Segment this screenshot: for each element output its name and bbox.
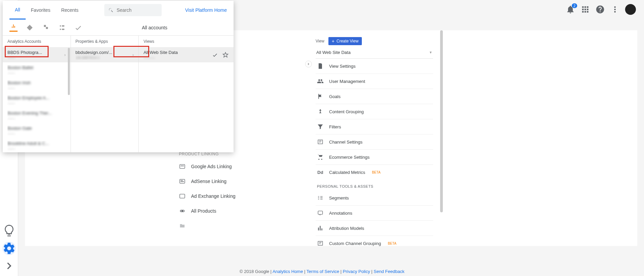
product-link-label: All Products	[191, 208, 216, 214]
tag-manager-product[interactable]	[26, 24, 34, 32]
scrollbar[interactable]	[440, 30, 443, 212]
view-panel: View + Create View All Web Site Data ▼ V…	[316, 37, 433, 251]
account-row[interactable]: Boston Irish——	[3, 78, 71, 93]
account-row[interactable]: Brookline Adult & C...——	[3, 138, 71, 152]
google-ads-linking[interactable]: Google Ads Linking	[179, 159, 300, 174]
analytics-icon	[9, 24, 18, 29]
view-settings[interactable]: View Settings	[316, 59, 433, 74]
more-vert-icon	[610, 5, 620, 14]
admin-button[interactable]	[2, 242, 16, 255]
apps-button[interactable]	[581, 5, 590, 14]
view-selected: All Web Site Data	[316, 50, 351, 55]
help-button[interactable]	[595, 5, 605, 14]
beta-badge: BETA	[372, 171, 380, 174]
svg-rect-4	[181, 181, 184, 182]
svg-rect-14	[62, 25, 64, 27]
lightbulb-icon	[2, 224, 16, 238]
svg-rect-9	[318, 140, 322, 144]
create-view-label: Create View	[337, 39, 358, 43]
vitem-label: Segments	[329, 195, 349, 201]
account-row[interactable]: Boston Evening Ther...——	[3, 108, 71, 123]
funnel-icon	[317, 123, 324, 130]
tab-recents[interactable]: Recents	[56, 1, 84, 20]
annotations[interactable]: Annotations	[316, 206, 433, 221]
svg-rect-16	[62, 29, 64, 30]
attribution-models[interactable]: Attribution Models	[316, 221, 433, 236]
analytics-home-link[interactable]: Analytics Home	[272, 269, 303, 274]
properties-header: Properties & Apps	[71, 36, 139, 47]
svg-rect-11	[318, 241, 322, 245]
user-management[interactable]: User Management	[316, 74, 433, 89]
picker-search[interactable]	[104, 4, 162, 16]
view-selector[interactable]: All Web Site Data ▼	[316, 49, 433, 59]
accounts-column: Analytics Accounts BBDS Photogra...—— › …	[3, 36, 71, 152]
custom-channel-icon	[317, 240, 324, 247]
svg-rect-3	[181, 180, 183, 181]
cart-icon	[317, 154, 324, 160]
view-label: View	[316, 39, 324, 43]
tos-link[interactable]: Terms of Service	[306, 269, 339, 274]
account-row[interactable]: Boston Ballet——	[3, 62, 71, 78]
all-products[interactable]: All Products	[179, 204, 300, 218]
column-slider[interactable]	[305, 61, 312, 67]
account-row[interactable]: Boston Gate——	[3, 123, 71, 138]
star-outline-icon[interactable]	[222, 52, 229, 58]
svg-rect-0	[180, 164, 185, 168]
annotations-icon	[317, 210, 324, 216]
goals[interactable]: Goals	[316, 89, 433, 104]
product-link-label: Ad Exchange Linking	[191, 193, 236, 199]
account-picker: All Favorites Recents Visit Platform Hom…	[3, 1, 234, 152]
all-accounts-label: All accounts	[82, 25, 227, 30]
property-row[interactable]: bbdsdesign.com/...UA-5887814-1 ›	[71, 47, 139, 62]
calculated-metrics[interactable]: DdCalculated MetricsBETA	[316, 165, 433, 180]
account-row[interactable]: BBDS Photogra...—— ›	[3, 47, 71, 62]
feedback-link[interactable]: Send Feedback	[374, 269, 404, 274]
svg-rect-10	[318, 211, 322, 214]
surveys-product[interactable]	[74, 24, 82, 32]
bar-chart-icon	[317, 225, 324, 232]
vitem-label: Attribution Models	[329, 226, 364, 231]
adsense-linking[interactable]: AdSense Linking	[179, 174, 300, 189]
filters[interactable]: Filters	[316, 119, 433, 134]
segments[interactable]: Segments	[316, 190, 433, 206]
data-studio-product[interactable]	[58, 24, 66, 32]
adsense-icon	[179, 178, 186, 185]
plus-icon: +	[332, 38, 334, 44]
tab-favorites[interactable]: Favorites	[26, 1, 56, 20]
analytics-product[interactable]	[9, 24, 18, 32]
scrollbar[interactable]	[68, 48, 70, 95]
view-row[interactable]: All Web Site Data———	[139, 47, 234, 62]
create-view-button[interactable]: + Create View	[328, 37, 362, 45]
segments-icon	[317, 194, 324, 201]
flag-icon	[317, 93, 324, 100]
svg-point-7	[181, 210, 182, 211]
tag-icon	[26, 24, 34, 32]
privacy-link[interactable]: Privacy Policy	[343, 269, 370, 274]
channel-settings[interactable]: Channel Settings	[316, 134, 433, 150]
top-header: 2	[566, 0, 644, 19]
document-icon	[317, 63, 324, 69]
vitem-label: Filters	[329, 124, 341, 129]
optimize-product[interactable]	[42, 24, 50, 32]
chevron-right-icon: ›	[132, 53, 134, 57]
product-link-label: Google Ads Linking	[191, 164, 232, 169]
visit-platform-home[interactable]: Visit Platform Home	[185, 7, 227, 13]
vitem-label: Annotations	[329, 211, 352, 216]
check-icon	[74, 24, 82, 32]
account-row[interactable]: Boston Employee A...——	[3, 93, 71, 108]
custom-channel-grouping[interactable]: Custom Channel GroupingBETA	[316, 236, 433, 251]
ad-exchange-linking[interactable]: Ad Exchange Linking	[179, 189, 300, 204]
avatar[interactable]	[625, 4, 636, 15]
ad-exchange-icon	[179, 193, 186, 200]
search-input[interactable]	[116, 7, 157, 13]
postbacks[interactable]	[179, 218, 300, 233]
footer: © 2018 Google | Analytics Home | Terms o…	[0, 269, 644, 274]
notifications-button[interactable]: 2	[566, 5, 575, 14]
discover-button[interactable]	[2, 224, 16, 238]
vitem-label: Goals	[329, 94, 341, 99]
more-menu-button[interactable]	[610, 5, 620, 14]
ecommerce-settings[interactable]: Ecommerce Settings	[316, 150, 433, 165]
content-grouping[interactable]: Content Grouping	[316, 104, 433, 119]
beta-badge: BETA	[388, 242, 396, 245]
tab-all[interactable]: All	[9, 1, 26, 20]
